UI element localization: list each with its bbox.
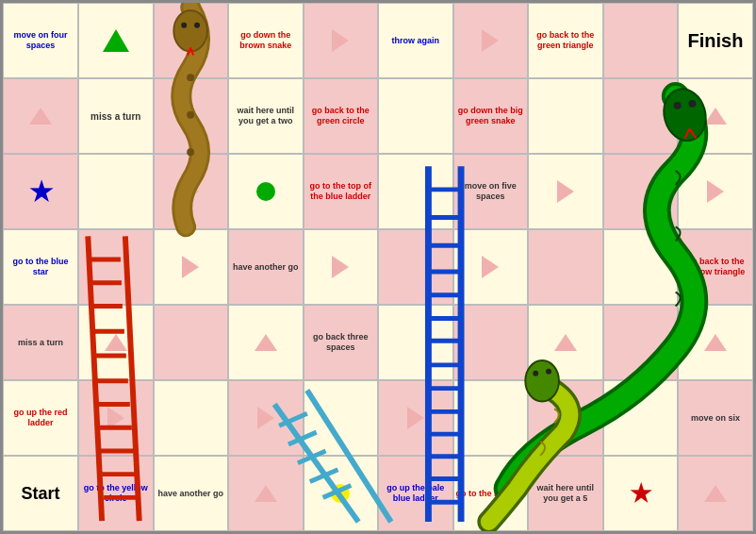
cell-r3c3: have another go	[228, 229, 304, 305]
cell-text-r4c4: go back three spaces	[306, 332, 376, 353]
cell-r6c2: have another go	[154, 456, 229, 531]
cell-r4c0: miss a turn	[3, 305, 78, 380]
cell-r3c0: go to the blue star	[3, 229, 78, 305]
cell-text-r6c6: go to the red star	[456, 489, 526, 499]
cell-text-r0c0: move on four spaces	[6, 30, 75, 51]
cell-r2c5	[378, 154, 453, 229]
cell-r5c3	[228, 380, 304, 456]
cell-text-r1c1: miss a turn	[90, 111, 140, 122]
arrow-right-icon	[482, 29, 499, 52]
start-label: Start	[21, 484, 59, 504]
cell-r4c8	[603, 305, 679, 380]
cell-text-r1c4: go back to the green circle	[306, 106, 376, 126]
cell-r2c1	[78, 154, 154, 229]
arrow-right-icon	[482, 256, 499, 278]
cell-r5c6	[453, 380, 529, 456]
cell-text-r1c6: go down the big green snake	[456, 106, 526, 126]
cell-text-r0c5: throw again	[391, 36, 439, 46]
cell-r2c7	[528, 154, 603, 229]
cell-r6c7: wait here until you get a 5	[528, 456, 603, 531]
cell-text-r2c6: move on five spaces	[456, 181, 526, 202]
cell-r2c0: ★	[3, 154, 78, 229]
cell-r2c2	[154, 154, 229, 229]
cell-text-r1c3: wait here until you get a two	[231, 106, 301, 126]
cell-r5c9: move on six	[678, 380, 753, 456]
cell-r3c1	[78, 229, 154, 305]
cell-r0c2	[154, 3, 229, 78]
arrow-right-icon	[182, 180, 199, 203]
cell-text-r4c0: miss a turn	[18, 338, 63, 347]
cell-r5c5	[378, 380, 453, 456]
cell-r1c6: go down the big green snake	[453, 78, 529, 154]
cell-r1c3: wait here until you get a two	[228, 78, 304, 154]
cell-r4c2	[154, 305, 229, 380]
arrow-up-icon	[255, 334, 277, 351]
cell-r2c8	[603, 154, 679, 229]
cell-r4c9	[678, 305, 753, 380]
arrow-up-icon	[704, 334, 727, 351]
cell-r0c0: move on four spaces	[3, 3, 78, 78]
arrow-right-icon	[257, 407, 274, 429]
cell-text-r6c2: have another go	[157, 489, 223, 499]
cell-r6c3	[228, 456, 304, 531]
cell-grid: move on four spaces go down the brown sn…	[3, 3, 753, 531]
arrow-up-icon	[704, 485, 727, 502]
cell-r4c1	[78, 305, 154, 380]
cell-r2c6: move on five spaces	[453, 154, 529, 229]
arrow-right-icon	[707, 180, 724, 203]
cell-r5c7	[528, 380, 603, 456]
cell-text-r0c3: go down the brown snake	[231, 30, 301, 51]
arrow-right-icon	[332, 29, 349, 52]
game-board: move on four spaces go down the brown sn…	[0, 0, 756, 534]
cell-text-r6c7: wait here until you get a 5	[531, 483, 600, 504]
cell-r1c5	[378, 78, 453, 154]
cell-r6c4	[304, 456, 379, 531]
arrow-up-icon	[29, 108, 52, 125]
green-dot-icon	[256, 182, 275, 201]
arrow-right-icon	[332, 256, 349, 278]
blue-star-icon: ★	[29, 176, 53, 208]
arrow-right-icon	[182, 29, 199, 52]
arrow-right-icon	[407, 407, 424, 429]
cell-finish: Finish	[678, 3, 753, 78]
cell-r5c4	[304, 380, 379, 456]
cell-r6c6: go to the red star	[453, 456, 529, 531]
cell-r1c1: miss a turn	[78, 78, 154, 154]
finish-label: Finish	[688, 30, 744, 52]
cell-r6c8: ★	[603, 456, 679, 531]
cell-text-r0c7: go back to the green triangle	[531, 30, 600, 51]
cell-r3c5	[378, 229, 453, 305]
cell-r0c8	[603, 3, 679, 78]
arrow-right-icon	[107, 407, 124, 429]
cell-r4c3	[228, 305, 304, 380]
red-star-icon: ★	[630, 479, 651, 509]
cell-r2c9	[678, 154, 753, 229]
cell-r3c6	[453, 229, 529, 305]
cell-text-r5c9: move on six	[691, 413, 740, 424]
cell-r3c8	[603, 229, 679, 305]
cell-r3c7	[528, 229, 603, 305]
cell-r2c3	[228, 154, 304, 229]
cell-r4c7	[528, 305, 603, 380]
cell-r0c7: go back to the green triangle	[528, 3, 603, 78]
yellow-dot-icon	[331, 484, 350, 503]
arrow-up-icon	[105, 334, 127, 351]
cell-r5c0: go up the red ladder	[3, 380, 78, 456]
cell-r1c9	[678, 78, 753, 154]
cell-r1c8	[603, 78, 679, 154]
cell-r4c4: go back three spaces	[304, 305, 379, 380]
cell-text-r3c0: go to the blue star	[6, 257, 75, 277]
cell-start: Start	[3, 456, 78, 531]
arrow-right-icon	[182, 256, 199, 278]
arrow-up-icon	[255, 485, 277, 502]
cell-r0c1	[78, 3, 154, 78]
cell-text-r6c5: go up the pale blue ladder	[381, 483, 451, 504]
cell-r6c1: go to the yellow circle	[78, 456, 154, 531]
arrow-right-icon	[557, 180, 574, 203]
cell-text-r6c1: go to the yellow circle	[81, 483, 151, 504]
arrow-right-icon	[557, 407, 574, 429]
cell-r1c7	[528, 78, 603, 154]
cell-r5c8	[603, 380, 679, 456]
cell-r0c5: throw again	[378, 3, 453, 78]
cell-r0c3: go down the brown snake	[228, 3, 304, 78]
